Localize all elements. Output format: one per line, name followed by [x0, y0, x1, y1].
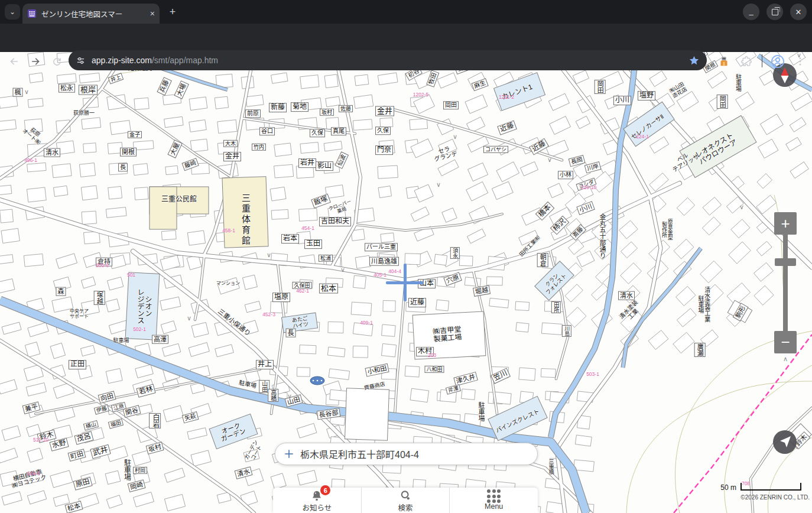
extension-robot-icon[interactable]: [716, 53, 732, 70]
window-close-button[interactable]: ✕: [790, 4, 807, 20]
tab-title: ゼンリン住宅地図スマー: [41, 8, 147, 20]
search-label: 検索: [398, 502, 413, 513]
address-search-bar[interactable]: 栃木県足利市五十部町404-4: [275, 443, 538, 465]
back-button[interactable]: [6, 53, 22, 70]
search-button[interactable]: 検索: [361, 488, 450, 513]
tab-search-button[interactable]: ⌄: [5, 4, 20, 20]
browser-toolbar: app.zip-site.com/smt/app/map.htm: [0, 24, 812, 52]
current-location-button[interactable]: [773, 430, 797, 454]
bottom-toolbar: 6 お知らせ 検索 Menu: [273, 488, 538, 513]
tab-close-icon[interactable]: ×: [150, 9, 155, 18]
map-canvas[interactable]: 楓松永根岸尾林達夫井上荻原勝一兵藤大場荻原 オート㈲清水金子関根長大屋グリシーナ…: [0, 0, 812, 513]
search-icon: [398, 489, 413, 502]
browser-tab[interactable]: ゼンリン住宅地図スマー ×: [22, 4, 160, 24]
map-scale-label: 50 m: [697, 483, 736, 492]
new-tab-button[interactable]: +: [165, 5, 180, 19]
map-base-drawing: [0, 0, 812, 513]
browser-chrome: ⌄ ゼンリン住宅地図スマー × + _ ✕: [0, 0, 812, 52]
map-scale-bar: [740, 483, 801, 491]
zenrin-favicon-icon: [27, 9, 37, 18]
forward-button[interactable]: [27, 53, 44, 70]
menu-label: Menu: [485, 502, 503, 511]
window-restore-button[interactable]: [766, 4, 783, 20]
grid-icon: [487, 489, 501, 502]
reload-button[interactable]: [48, 53, 65, 70]
toolbar-divider: [762, 54, 762, 67]
extensions-puzzle-icon[interactable]: [738, 53, 755, 70]
site-info-icon[interactable]: [76, 56, 86, 66]
map-copyright: ©2026 ZENRIN CO., LTD.: [668, 494, 810, 501]
url-text[interactable]: app.zip-site.com/smt/app/map.htm: [92, 56, 688, 65]
url-bar[interactable]: app.zip-site.com/smt/app/map.htm: [69, 50, 707, 70]
menu-button[interactable]: Menu: [449, 488, 538, 513]
notifications-button[interactable]: 6 お知らせ: [273, 488, 361, 513]
zoom-in-button[interactable]: +: [774, 212, 797, 235]
profile-avatar[interactable]: [769, 53, 786, 70]
plus-icon: [284, 449, 294, 459]
navigation-arrow-icon: [773, 430, 797, 454]
browser-menu-kebab-icon[interactable]: [792, 53, 808, 70]
notifications-label: お知らせ: [302, 502, 332, 513]
window-minimize-button[interactable]: _: [743, 4, 759, 20]
notification-badge: 6: [320, 485, 330, 495]
zoom-slider-handle[interactable]: [775, 258, 796, 266]
address-search-text: 栃木県足利市五十部町404-4: [300, 447, 419, 461]
zoom-slider-track[interactable]: [783, 235, 788, 331]
zoom-out-button[interactable]: −: [774, 331, 797, 353]
tab-strip: ⌄ ゼンリン住宅地図スマー × + _ ✕: [0, 0, 812, 24]
bookmark-star-icon[interactable]: [688, 55, 700, 66]
